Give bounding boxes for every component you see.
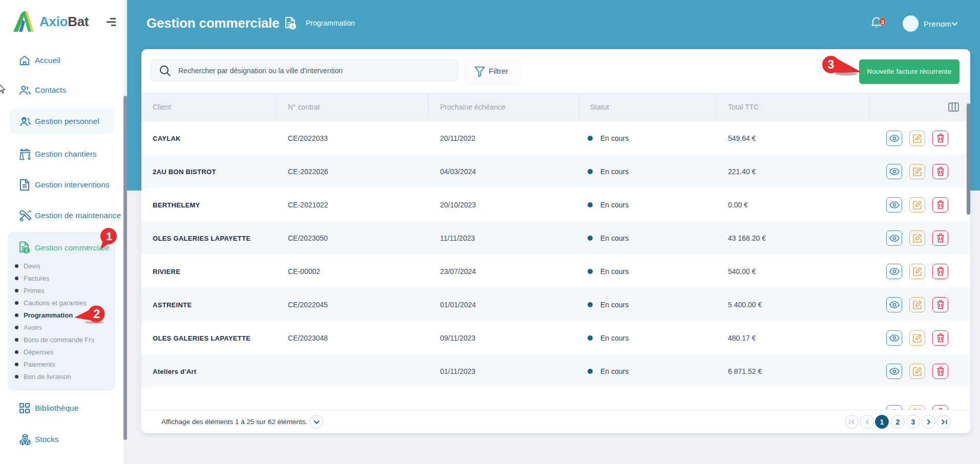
svg-text:2: 2 xyxy=(94,307,100,321)
svg-text:1: 1 xyxy=(106,230,112,243)
svg-text:3: 3 xyxy=(828,58,835,71)
svg-text:€: € xyxy=(25,248,28,254)
svg-text:€: € xyxy=(291,24,295,29)
